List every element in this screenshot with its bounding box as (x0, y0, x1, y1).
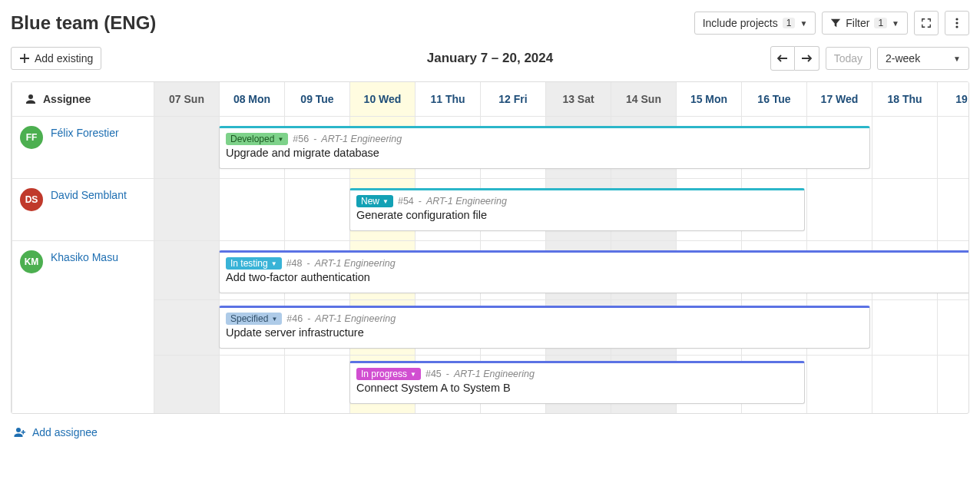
task-card[interactable]: New▼ #54 - ART-1 EngineeringGenerate con… (349, 188, 805, 231)
separator-dash: - (446, 369, 449, 379)
assignee-row: FFFélix ForestierDeveloped▼ #56 - ART-1 … (12, 116, 968, 178)
include-projects-dropdown[interactable]: Include projects 1 ▼ (694, 12, 816, 35)
today-button[interactable]: Today (826, 47, 871, 70)
task-status-badge[interactable]: Specified▼ (226, 313, 282, 325)
task-id: #46 (286, 313, 303, 324)
funnel-icon (830, 18, 841, 28)
subrow-separator (154, 355, 968, 356)
column-header-day: 08 Mon (219, 82, 284, 116)
timeline-cell[interactable] (284, 179, 349, 240)
chevron-down-icon: ▼ (277, 136, 283, 143)
chevron-down-icon: ▼ (800, 19, 807, 28)
separator-dash: - (313, 134, 316, 144)
task-status-label: In testing (230, 258, 268, 269)
task-project: ART-1 Engineering (315, 313, 396, 324)
task-status-label: In progress (361, 369, 407, 379)
task-status-badge[interactable]: In testing▼ (226, 257, 282, 270)
filter-dropdown[interactable]: Filter 1 ▼ (822, 12, 908, 35)
task-status-label: Specified (230, 313, 268, 324)
column-header-day: 13 Sat (545, 82, 611, 116)
subrow-separator (154, 299, 968, 300)
column-header-day: 14 Sun (611, 82, 676, 116)
svg-point-1 (955, 22, 958, 24)
column-header-day: 11 Thu (415, 82, 480, 116)
column-header-day: 07 Sun (154, 82, 219, 116)
avatar: KM (20, 250, 43, 273)
add-assignee-button[interactable]: Add assignee (14, 426, 98, 438)
avatar: DS (20, 188, 43, 211)
fullscreen-button[interactable] (914, 11, 939, 35)
column-header-assignee-label: Assignee (43, 93, 91, 105)
task-project: ART-1 Engineering (321, 134, 402, 144)
chevron-down-icon: ▼ (382, 198, 389, 205)
task-card[interactable]: Specified▼ #46 - ART-1 EngineeringUpdate… (219, 306, 870, 349)
assignee-row: DSDavid SemblantNew▼ #54 - ART-1 Enginee… (12, 178, 968, 240)
task-project: ART-1 Engineering (315, 258, 396, 269)
page-title: Blue team (ENG) (11, 12, 156, 34)
timeline-cell[interactable] (154, 241, 219, 413)
task-title: Generate configuration file (356, 209, 798, 221)
assignee-cell: DSDavid Semblant (12, 179, 154, 240)
chevron-down-icon: ▼ (953, 55, 961, 63)
add-existing-label: Add existing (35, 52, 93, 65)
prev-range-button[interactable] (770, 46, 795, 71)
range-select-dropdown[interactable]: 2-week ▼ (877, 47, 969, 70)
chevron-down-icon: ▼ (271, 316, 277, 323)
task-status-label: New (361, 196, 379, 207)
include-projects-count: 1 (783, 18, 796, 28)
next-range-button[interactable] (795, 46, 819, 71)
assignee-cell: FFFélix Forestier (12, 117, 154, 178)
task-title: Upgrade and migrate database (226, 147, 863, 159)
assignee-name-link[interactable]: Félix Forestier (51, 126, 119, 140)
assignee-name-link[interactable]: David Semblant (51, 188, 127, 202)
column-header-assignee: Assignee (12, 82, 154, 116)
filter-count: 1 (874, 18, 887, 28)
task-id: #45 (425, 369, 442, 379)
column-header-day: 10 Wed (349, 82, 415, 116)
task-id: #48 (286, 258, 303, 269)
task-title: Update server infrastructure (226, 326, 863, 339)
task-status-label: Developed (230, 134, 274, 144)
task-id: #56 (293, 134, 309, 144)
task-card[interactable]: In progress▼ #45 - ART-1 EngineeringConn… (349, 361, 805, 404)
task-project: ART-1 Engineering (454, 369, 535, 379)
svg-point-0 (955, 18, 958, 20)
column-header-day: 19 Fri (937, 82, 969, 116)
separator-dash: - (307, 313, 310, 324)
task-id: #54 (398, 196, 414, 207)
timeline-cell[interactable] (154, 117, 219, 178)
timeline-board: Assignee 07 Sun08 Mon09 Tue10 Wed11 Thu1… (11, 81, 969, 414)
column-header-day: 15 Mon (676, 82, 741, 116)
separator-dash: - (419, 196, 422, 207)
timeline-cell[interactable] (154, 179, 219, 240)
task-status-badge[interactable]: In progress▼ (356, 368, 421, 380)
chevron-down-icon: ▼ (892, 19, 899, 28)
filter-label: Filter (846, 17, 869, 29)
timeline-cell[interactable] (872, 117, 937, 178)
assignee-name-link[interactable]: Khasiko Masu (51, 250, 118, 264)
person-plus-icon (14, 426, 26, 438)
task-card[interactable]: In testing▼ #48 - ART-1 EngineeringAdd t… (219, 250, 969, 293)
task-project: ART-1 Engineering (426, 196, 507, 207)
assignee-row: KMKhasiko MasuIn testing▼ #48 - ART-1 En… (12, 240, 968, 413)
assignee-cell: KMKhasiko Masu (12, 241, 154, 413)
task-status-badge[interactable]: New▼ (356, 195, 393, 207)
plus-icon (19, 53, 30, 64)
timeline-cell[interactable] (219, 179, 284, 240)
column-header-day: 12 Fri (480, 82, 545, 116)
timeline-cell[interactable] (872, 179, 937, 240)
task-status-badge[interactable]: Developed▼ (226, 133, 288, 145)
chevron-down-icon: ▼ (410, 371, 416, 378)
timeline-cell[interactable] (806, 179, 872, 240)
timeline-cell[interactable] (937, 179, 969, 240)
add-existing-button[interactable]: Add existing (11, 47, 101, 70)
column-header-day: 16 Tue (741, 82, 806, 116)
date-range-title: January 7 – 20, 2024 (427, 51, 553, 66)
timeline-cell[interactable] (937, 117, 969, 178)
range-select-label: 2-week (886, 52, 920, 65)
column-header-day: 17 Wed (806, 82, 872, 116)
task-card[interactable]: Developed▼ #56 - ART-1 EngineeringUpgrad… (219, 126, 870, 169)
avatar: FF (20, 126, 43, 149)
more-menu-button[interactable] (945, 11, 969, 35)
svg-point-2 (955, 25, 958, 28)
